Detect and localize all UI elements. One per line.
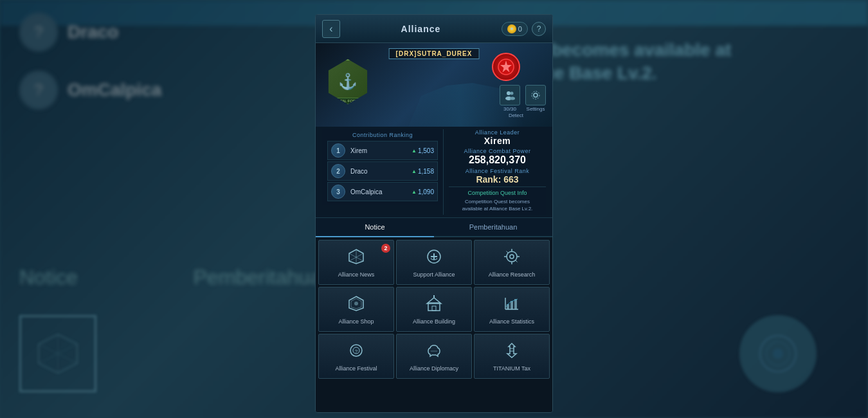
alliance-statistics-icon [503,295,520,314]
header-actions: ● 0 ? [502,22,546,36]
combat-power-label: Alliance Combat Power [449,148,546,154]
alliance-news-icon [348,248,365,268]
alliance-festival-button[interactable]: ? Alliance Festival [318,334,394,379]
combat-power-row: Alliance Combat Power 258,820,370 [449,148,546,166]
alliance-diplomacy-icon [426,342,442,361]
bg-tab-notice: Notice [19,266,78,289]
alliance-research-icon [503,248,520,268]
bg-player1: ? Draco [19,13,118,51]
svg-point-13 [534,93,538,97]
svg-point-10 [511,92,514,95]
leader-label: Alliance Leader [449,129,546,136]
tabs-section: Notice Pemberitahuan [316,218,552,237]
alliance-news-button[interactable]: 2 Alliance News [318,240,394,285]
alliance-banner: [DRX]SUTRA_DUREX ⚓ TOTAL FORCE [316,43,552,127]
alliance-building-button[interactable]: Alliance Building [396,287,472,332]
alliance-emblem: ⚓ TOTAL FORCE [325,59,370,104]
grid-row-2: Alliance Shop Alliance Building [318,287,550,332]
svg-line-28 [507,251,509,253]
ranking-header: Contribution Ranking [327,132,438,138]
svg-point-6 [773,349,783,359]
emblem-icon: ⚓ [338,73,357,91]
grid-row-3: ? Alliance Festival Alliance Diplomacy [318,334,550,379]
stats-right: Alliance Leader Xirem Alliance Combat Po… [443,129,546,215]
bg-shield-icon [19,315,96,392]
svg-rect-42 [514,299,517,309]
rank-name-3: OmCalpica [350,188,411,195]
bg-name2: OmCalpica [68,80,161,100]
titanium-tax-button[interactable]: TITANIUM Tax [474,334,550,379]
alliance-festival-label: Alliance Festival [335,365,377,372]
alliance-research-label: Alliance Research [489,271,536,278]
alliance-statistics-label: Alliance Statistics [489,318,534,325]
festival-rank-label: Alliance Festival Rank [449,168,546,174]
rank-score-2: ▲ 1,158 [411,168,434,175]
titanium-tax-icon [503,342,520,361]
panel-title: Alliance [401,24,441,34]
rank-score-1: ▲ 1,503 [411,147,434,154]
alliance-festival-icon: ? [348,342,365,361]
festival-rank-row: Alliance Festival Rank Rank: 663 [449,168,546,185]
rank-up-icon-3: ▲ [411,189,417,195]
svg-line-29 [516,260,518,262]
coin-display: ● 0 [502,22,528,36]
leader-row: Alliance Leader Xirem [449,129,546,146]
leader-name: Xirem [449,136,546,146]
rank-up-icon-2: ▲ [411,168,417,174]
alliance-diplomacy-label: Alliance Diplomacy [410,365,458,372]
competition-quest: Competition Quest Info Competition Quest… [449,186,546,215]
rank-up-icon-1: ▲ [411,148,417,154]
bg-player2: ? OmCalpica [19,71,161,109]
tab-pemberitahuan[interactable]: Pemberitahuan [434,218,552,237]
svg-point-23 [510,255,514,259]
bg-tab-pemberitahuan: Pemberitahuan [194,266,333,289]
rank-score-3: ▲ 1,090 [411,188,434,195]
svg-point-9 [507,91,511,95]
alliance-shop-icon [348,295,365,314]
support-alliance-button[interactable]: Support Alliance [396,240,472,285]
ranking-row-2: 2 Draco ▲ 1,158 [327,161,438,181]
festival-rank-value: Rank: 663 [449,174,546,185]
ranking-row-3: 3 OmCalpica ▲ 1,090 [327,182,438,201]
coin-icon: ● [507,24,516,33]
stats-grid: Contribution Ranking 1 Xirem ▲ 1,503 2 D… [322,129,546,215]
combat-power-value: 258,820,370 [449,154,546,166]
bg-avatar2: ? [19,71,58,109]
alliance-building-icon [426,295,442,314]
alliance-research-button[interactable]: Alliance Research [474,240,550,285]
settings-icon [525,85,546,105]
svg-text:?: ? [355,349,358,354]
rank-number-2: 2 [331,164,345,178]
members-button[interactable]: 30/30 [500,85,520,112]
faction-icon [492,53,520,81]
settings-button[interactable]: Settings [525,85,546,112]
alliance-shop-label: Alliance Shop [338,318,374,325]
bg-avatar1: ? [19,13,58,51]
bg-notice-area: Notice Pemberitahuan [19,266,333,289]
tab-notice[interactable]: Notice [316,218,434,237]
alliance-diplomacy-button[interactable]: Alliance Diplomacy [396,334,472,379]
support-alliance-icon [426,248,442,268]
bg-name1: Draco [68,22,118,42]
alliance-news-badge: 2 [381,244,390,253]
svg-rect-33 [428,303,440,311]
grid-row-1: 2 Alliance News [318,240,550,285]
alliance-news-label: Alliance News [338,271,375,278]
emblem-label: TOTAL FORCE [331,98,364,104]
comp-quest-title: Competition Quest Info [455,190,539,196]
titanium-tax-label: TITANIUM Tax [493,365,530,372]
ranking-section: Contribution Ranking 1 Xirem ▲ 1,503 2 D… [322,129,443,205]
members-count: 30/30 [503,106,516,112]
members-icon [500,85,520,105]
settings-label: Settings [527,106,545,112]
svg-rect-41 [511,301,513,309]
alliance-building-label: Alliance Building [413,318,455,325]
alliance-shop-button[interactable]: Alliance Shop [318,287,394,332]
rank-name-2: Draco [350,168,411,175]
alliance-name-tag: [DRX]SUTRA_DUREX [389,48,480,59]
rank-number-1: 1 [331,143,345,158]
back-button[interactable]: ‹ [322,20,340,38]
alliance-statistics-button[interactable]: Alliance Statistics [474,287,550,332]
help-button[interactable]: ? [532,22,546,36]
svg-rect-35 [432,306,436,311]
